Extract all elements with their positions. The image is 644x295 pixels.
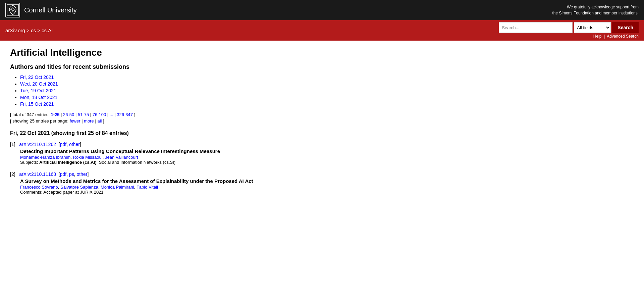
- author-link[interactable]: Jean Vaillancourt: [105, 155, 138, 160]
- list-item: Mon, 18 Oct 2021: [20, 95, 392, 100]
- help-link[interactable]: Help: [593, 34, 602, 39]
- svg-point-1: [11, 8, 14, 11]
- paper-authors: Francesco Sovrano, Salvatore Sapienza, M…: [20, 185, 392, 190]
- search-links: Help | Advanced Search: [593, 34, 639, 39]
- page-title: Artificial Intelligence: [10, 47, 392, 58]
- paper-number: [2] arXiv:2110.11168 [pdf, ps, other]: [10, 171, 392, 177]
- author-link[interactable]: Fabio Vitali: [137, 185, 158, 190]
- date-link-fri15[interactable]: Fri, 15 Oct 2021: [20, 101, 54, 107]
- date-link-tue19[interactable]: Tue, 19 Oct 2021: [20, 88, 56, 93]
- list-item: Fri, 15 Oct 2021: [20, 101, 392, 107]
- search-button[interactable]: Search: [612, 22, 639, 33]
- paper-subjects: Subjects: Artificial Intelligence (cs.AI…: [20, 160, 392, 165]
- date-link-fri22[interactable]: Fri, 22 Oct 2021: [20, 75, 54, 80]
- main-content: Artificial Intelligence Authors and titl…: [0, 41, 402, 208]
- paper-number: [1] arXiv:2110.11262 [pdf, other]: [10, 142, 392, 147]
- pdf-link[interactable]: pdf: [60, 142, 66, 147]
- cornell-logo: Cornell University: [5, 3, 77, 17]
- section-heading: Authors and titles for recent submission…: [10, 63, 392, 70]
- page-link-51-75[interactable]: 51-75: [78, 112, 89, 117]
- university-name: Cornell University: [24, 6, 77, 14]
- other-link[interactable]: other: [77, 171, 88, 177]
- page-link-1-25[interactable]: 1-25: [51, 112, 59, 117]
- search-area: All fields Title Author Abstract Search …: [499, 20, 639, 41]
- search-input[interactable]: [499, 22, 573, 33]
- date-section-heading: Fri, 22 Oct 2021 (showing first 25 of 84…: [10, 130, 392, 136]
- date-link-wed20[interactable]: Wed, 20 Oct 2021: [20, 81, 58, 87]
- arxiv-id-link[interactable]: arXiv:2110.11262: [19, 142, 56, 147]
- list-item: Wed, 20 Oct 2021: [20, 81, 392, 87]
- header-red-bar: arXiv.org > cs > cs.AI All fields Title …: [0, 20, 644, 41]
- author-link[interactable]: Mohamed-Hamza Ibrahim: [20, 155, 70, 160]
- svg-rect-0: [7, 4, 18, 16]
- all-link[interactable]: all: [97, 118, 102, 124]
- paper-entry: [2] arXiv:2110.11168 [pdf, ps, other] A …: [10, 171, 392, 195]
- list-item: Fri, 22 Oct 2021: [20, 75, 392, 80]
- date-link-mon18[interactable]: Mon, 18 Oct 2021: [20, 95, 57, 100]
- fewer-link[interactable]: fewer: [70, 118, 80, 124]
- page-link-76-100[interactable]: 76-100: [93, 112, 106, 117]
- more-link[interactable]: more: [84, 118, 94, 124]
- advanced-search-link[interactable]: Advanced Search: [607, 34, 639, 39]
- pdf-link[interactable]: pdf: [60, 171, 66, 177]
- page-link-26-50[interactable]: 26-50: [63, 112, 74, 117]
- breadcrumb: arXiv.org > cs > cs.AI: [5, 28, 53, 33]
- author-link[interactable]: Monica Palmirani: [101, 185, 134, 190]
- date-list: Fri, 22 Oct 2021 Wed, 20 Oct 2021 Tue, 1…: [10, 75, 392, 107]
- paper-authors: Mohamed-Hamza Ibrahim, Rokia Missaoui, J…: [20, 155, 392, 160]
- author-link[interactable]: Salvatore Sapienza: [60, 185, 98, 190]
- other-link[interactable]: other: [69, 142, 80, 147]
- paper-title: Detecting Important Patterns Using Conce…: [20, 148, 392, 154]
- arxiv-id-link[interactable]: arXiv:2110.11168: [19, 171, 56, 177]
- paper-title: A Survey on Methods and Metrics for the …: [20, 178, 392, 184]
- page-link-ellipsis[interactable]: ...: [110, 112, 113, 117]
- list-item: Tue, 19 Oct 2021: [20, 88, 392, 93]
- search-field-select[interactable]: All fields Title Author Abstract: [574, 22, 611, 33]
- ps-link[interactable]: ps: [69, 171, 74, 177]
- cornell-shield-icon: [5, 3, 20, 17]
- page-link-326-347[interactable]: 326-347: [117, 112, 133, 117]
- breadcrumb-link[interactable]: arXiv.org > cs > cs.AI: [5, 28, 53, 33]
- paper-comments: Comments: Accepted paper at JURIX 2021: [20, 190, 392, 195]
- header-black-bar: Cornell University We gratefully acknowl…: [0, 0, 644, 20]
- pagination-info: [ total of 347 entries: 1-25 | 26-50 | 5…: [10, 112, 392, 117]
- search-row: All fields Title Author Abstract Search: [499, 22, 639, 33]
- entries-per-page: [ showing 25 entries per page: fewer | m…: [10, 118, 392, 124]
- acknowledgement-text: We gratefully acknowledge support from t…: [552, 4, 639, 16]
- author-link[interactable]: Rokia Missaoui: [73, 155, 103, 160]
- author-link[interactable]: Francesco Sovrano: [20, 185, 58, 190]
- paper-entry: [1] arXiv:2110.11262 [pdf, other] Detect…: [10, 142, 392, 165]
